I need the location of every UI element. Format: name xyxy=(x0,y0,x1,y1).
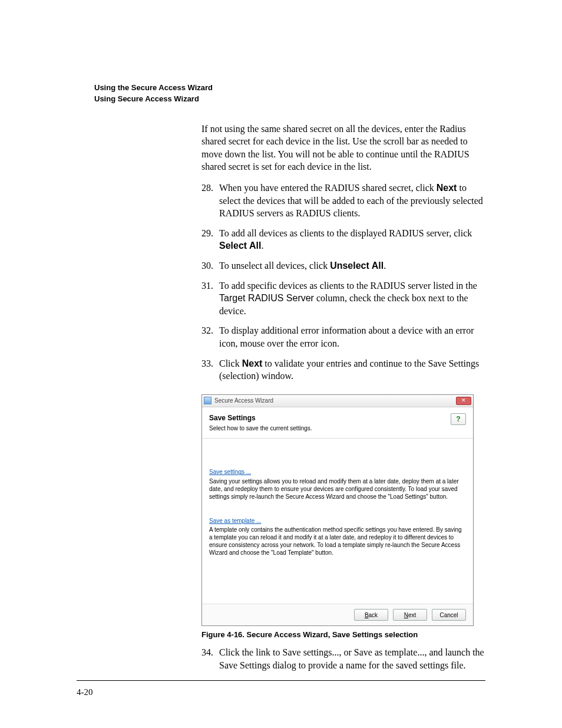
dialog-window-title: Secure Access Wizard xyxy=(214,397,456,405)
save-as-template-description: A template only contains the authenticat… xyxy=(209,526,466,556)
step-32: 32. To display additional error informat… xyxy=(201,324,485,350)
running-header: Using the Secure Access Wizard Using Sec… xyxy=(94,83,485,105)
step-text: Click the link to Save settings..., or S… xyxy=(219,646,485,671)
save-as-template-link[interactable]: Save as template ... xyxy=(209,517,261,525)
step-29: 29. To add all devices as clients to the… xyxy=(201,227,485,252)
step-28: 28. When you have entered the RADIUS sha… xyxy=(201,182,485,220)
step-number: 28. xyxy=(201,182,219,220)
step-34: 34. Click the link to Save settings..., … xyxy=(201,646,485,671)
next-button[interactable]: Next xyxy=(393,609,427,621)
window-icon xyxy=(204,397,211,404)
help-button[interactable]: ? xyxy=(451,413,466,425)
dialog-title: Save Settings xyxy=(209,413,451,423)
dialog-body: Save settings ... Saving your settings a… xyxy=(202,439,473,604)
step-31: 31. To add specific devices as clients t… xyxy=(201,279,485,318)
save-settings-dialog: Secure Access Wizard ✕ Save Settings Sel… xyxy=(201,394,474,627)
step-33: 33. Click Next to validate your entries … xyxy=(201,357,485,383)
step-number: 29. xyxy=(201,227,219,252)
step-number: 30. xyxy=(201,259,219,272)
step-text: To add all devices as clients to the dis… xyxy=(219,227,485,252)
step-number: 33. xyxy=(201,357,219,383)
save-settings-link[interactable]: Save settings ... xyxy=(209,468,251,476)
step-text: To display additional error information … xyxy=(219,324,485,350)
figure-caption: Figure 4-16. Secure Access Wizard, Save … xyxy=(201,630,472,640)
back-button[interactable]: Back xyxy=(354,609,388,621)
step-text: When you have entered the RADIUS shared … xyxy=(219,182,485,220)
cancel-button[interactable]: Cancel xyxy=(432,609,466,621)
dialog-footer: Back Next Cancel xyxy=(202,604,473,625)
header-line-1: Using the Secure Access Wizard xyxy=(94,83,485,94)
dialog-header: Save Settings Select how to save the cur… xyxy=(202,407,473,439)
header-line-2: Using Secure Access Wizard xyxy=(94,94,485,105)
step-number: 34. xyxy=(201,646,219,671)
figure-4-16: Secure Access Wizard ✕ Save Settings Sel… xyxy=(201,394,472,640)
step-number: 32. xyxy=(201,324,219,350)
dialog-titlebar[interactable]: Secure Access Wizard ✕ xyxy=(202,395,473,407)
page-number: 4-20 xyxy=(77,687,93,697)
footer-rule xyxy=(77,680,485,681)
dialog-subtitle: Select how to save the current settings. xyxy=(209,424,451,433)
close-button[interactable]: ✕ xyxy=(456,397,471,405)
step-text: To add specific devices as clients to th… xyxy=(219,279,485,318)
step-30: 30. To unselect all devices, click Unsel… xyxy=(201,259,485,272)
help-icon: ? xyxy=(456,414,460,424)
body-content: If not using the same shared secret on a… xyxy=(201,123,485,672)
step-text: Click Next to validate your entries and … xyxy=(219,357,485,383)
step-text: To unselect all devices, click Unselect … xyxy=(219,259,485,272)
intro-paragraph: If not using the same shared secret on a… xyxy=(201,123,485,173)
save-settings-description: Saving your settings allows you to reloa… xyxy=(209,477,466,500)
step-number: 31. xyxy=(201,279,219,318)
close-icon: ✕ xyxy=(461,398,466,403)
